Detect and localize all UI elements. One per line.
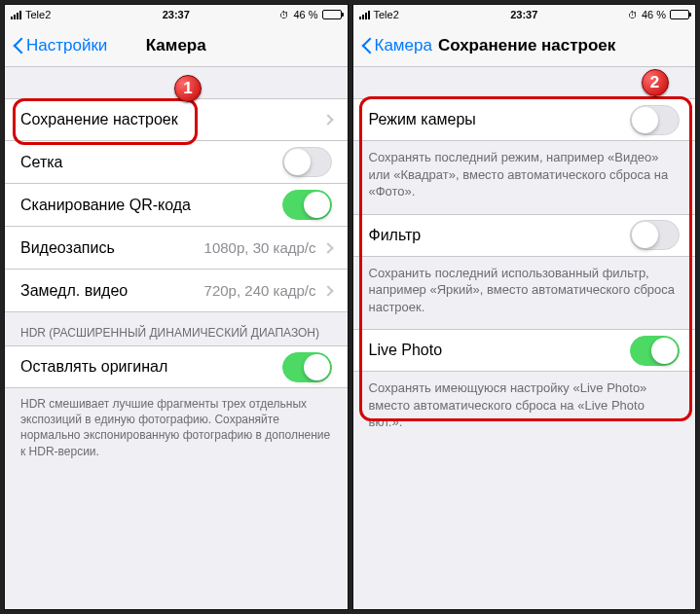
page-title: Камера [5,36,348,55]
page-title: Сохранение настроек [438,36,615,55]
row-label: Оставлять оригинал [20,358,282,376]
row-label: Фильтр [369,227,631,244]
callout-1-badge: 1 [174,75,202,102]
row-detail: 1080p, 30 кадр/с [204,239,316,256]
status-time: 23:37 [5,9,348,20]
phone-screen-1: Tele2 23:37 ⏱ 46 % Настройки Камера Сохр… [4,4,349,610]
row-label: Видеозапись [20,239,204,257]
row-label: Сохранение настроек [20,111,324,128]
row-grid[interactable]: Сетка [5,141,348,184]
chevron-right-icon [322,242,333,253]
row-qr-scan[interactable]: Сканирование QR-кода [5,184,348,227]
row-keep-original[interactable]: Оставлять оригинал [5,345,348,388]
row-filter[interactable]: Фильтр [353,214,696,257]
status-bar: Tele2 23:37 ⏱ 46 % [353,5,696,24]
live-photo-toggle[interactable] [630,336,680,366]
qr-toggle[interactable] [282,190,332,220]
camera-mode-toggle[interactable] [630,105,680,135]
hdr-section-footer: HDR смешивает лучшие фрагменты трех отде… [5,388,348,473]
chevron-right-icon [322,285,333,296]
nav-bar: Настройки Камера [5,24,348,67]
grid-toggle[interactable] [282,147,332,177]
nav-bar: Камера Сохранение настроек [353,24,696,67]
row-video-record[interactable]: Видеозапись 1080p, 30 кадр/с [5,227,348,270]
camera-mode-desc: Сохранять последний режим, например «Вид… [353,141,696,214]
back-label: Камера [375,36,432,55]
phone-screen-2: Tele2 23:37 ⏱ 46 % Камера Сохранение нас… [352,4,697,610]
filter-desc: Сохранить последний использованный фильт… [353,257,696,330]
row-label: Замедл. видео [20,282,204,300]
row-label: Режим камеры [369,111,631,128]
row-preserve-settings[interactable]: Сохранение настроек [5,98,348,141]
live-photo-desc: Сохранять имеющуюся настройку «Live Phot… [353,372,696,445]
row-camera-mode[interactable]: Режим камеры [353,98,696,141]
row-slomo[interactable]: Замедл. видео 720p, 240 кадр/с [5,270,348,312]
row-detail: 720p, 240 кадр/с [204,282,316,299]
battery-icon [322,10,342,19]
callout-2-badge: 2 [642,69,669,96]
row-live-photo[interactable]: Live Photo [353,329,696,372]
status-bar: Tele2 23:37 ⏱ 46 % [5,5,348,24]
status-time: 23:37 [353,9,696,20]
row-label: Сканирование QR-кода [20,197,282,214]
row-label: Сетка [20,154,282,171]
filter-toggle[interactable] [630,220,680,250]
row-label: Live Photo [369,342,631,359]
back-button[interactable]: Камера [361,36,432,55]
battery-icon [670,10,689,19]
chevron-left-icon [361,36,373,55]
keep-original-toggle[interactable] [282,352,332,382]
chevron-right-icon [322,114,333,125]
hdr-section-header: HDR (РАСШИРЕННЫЙ ДИНАМИЧЕСКИЙ ДИАПАЗОН) [5,312,348,345]
